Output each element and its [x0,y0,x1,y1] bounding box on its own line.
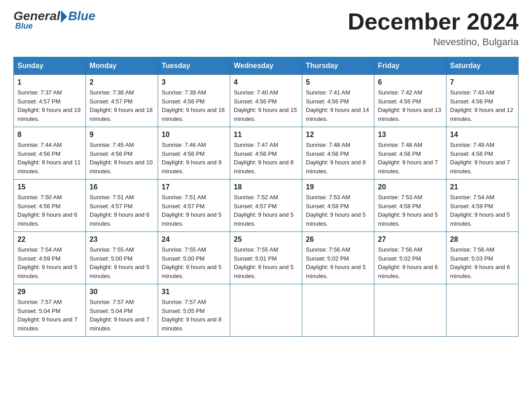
day-info: Sunrise: 7:51 AMSunset: 4:57 PMDaylight:… [162,193,226,228]
calendar-cell [230,284,302,337]
weekday-header: Monday [86,57,158,75]
calendar-week-row: 22Sunrise: 7:54 AMSunset: 4:59 PMDayligh… [14,232,519,284]
weekday-header: Wednesday [230,57,302,75]
calendar-cell: 15Sunrise: 7:50 AMSunset: 4:56 PMDayligh… [14,180,86,232]
calendar-cell: 9Sunrise: 7:45 AMSunset: 4:56 PMDaylight… [86,127,158,180]
calendar-cell: 12Sunrise: 7:48 AMSunset: 4:56 PMDayligh… [302,127,374,180]
day-info: Sunrise: 7:51 AMSunset: 4:57 PMDaylight:… [90,193,154,228]
day-number: 11 [234,131,298,139]
day-info: Sunrise: 7:43 AMSunset: 4:56 PMDaylight:… [450,88,515,123]
day-number: 7 [450,78,515,86]
logo-arrow-icon [61,10,67,23]
calendar-cell: 1Sunrise: 7:37 AMSunset: 4:57 PMDaylight… [14,75,86,127]
day-info: Sunrise: 7:45 AMSunset: 4:56 PMDaylight:… [90,141,154,176]
title-block: December 2024 Nevestino, Bulgaria [348,9,519,48]
calendar-cell: 26Sunrise: 7:56 AMSunset: 5:02 PMDayligh… [302,232,374,284]
calendar-cell: 8Sunrise: 7:44 AMSunset: 4:56 PMDaylight… [14,127,86,180]
calendar-cell: 10Sunrise: 7:46 AMSunset: 4:56 PMDayligh… [158,127,230,180]
day-info: Sunrise: 7:57 AMSunset: 5:04 PMDaylight:… [17,298,82,333]
calendar-title: December 2024 [348,9,519,34]
day-info: Sunrise: 7:41 AMSunset: 4:56 PMDaylight:… [306,88,370,123]
day-number: 16 [90,183,154,191]
logo-blue-text: Blue [68,9,95,23]
day-number: 1 [17,78,82,86]
calendar-cell: 31Sunrise: 7:57 AMSunset: 5:05 PMDayligh… [158,284,230,337]
day-info: Sunrise: 7:40 AMSunset: 4:56 PMDaylight:… [234,88,298,123]
day-info: Sunrise: 7:47 AMSunset: 4:56 PMDaylight:… [234,141,298,176]
calendar-cell: 11Sunrise: 7:47 AMSunset: 4:56 PMDayligh… [230,127,302,180]
day-number: 2 [90,78,154,86]
day-info: Sunrise: 7:55 AMSunset: 5:01 PMDaylight:… [234,245,298,280]
day-info: Sunrise: 7:48 AMSunset: 4:56 PMDaylight:… [306,141,370,176]
day-number: 24 [162,235,226,244]
calendar-cell [302,284,374,337]
day-number: 23 [90,235,154,244]
calendar-cell: 19Sunrise: 7:53 AMSunset: 4:58 PMDayligh… [302,180,374,232]
page-header: General Blue Blue December 2024 Nevestin… [13,9,519,48]
day-info: Sunrise: 7:49 AMSunset: 4:56 PMDaylight:… [450,141,515,176]
day-info: Sunrise: 7:52 AMSunset: 4:57 PMDaylight:… [234,193,298,228]
day-number: 20 [378,183,442,191]
day-number: 10 [162,131,226,139]
day-number: 6 [378,78,442,86]
day-info: Sunrise: 7:56 AMSunset: 5:02 PMDaylight:… [378,245,442,280]
calendar-week-row: 29Sunrise: 7:57 AMSunset: 5:04 PMDayligh… [14,284,519,337]
day-number: 27 [378,235,442,244]
day-number: 19 [306,183,370,191]
calendar-subtitle: Nevestino, Bulgaria [348,36,519,48]
calendar-cell: 30Sunrise: 7:57 AMSunset: 5:04 PMDayligh… [86,284,158,337]
header-row: SundayMondayTuesdayWednesdayThursdayFrid… [14,57,519,75]
calendar-week-row: 1Sunrise: 7:37 AMSunset: 4:57 PMDaylight… [14,75,519,127]
day-info: Sunrise: 7:37 AMSunset: 4:57 PMDaylight:… [17,88,82,123]
day-number: 4 [234,78,298,86]
calendar-cell: 2Sunrise: 7:38 AMSunset: 4:57 PMDaylight… [86,75,158,127]
day-info: Sunrise: 7:57 AMSunset: 5:04 PMDaylight:… [90,298,154,333]
calendar-cell: 22Sunrise: 7:54 AMSunset: 4:59 PMDayligh… [14,232,86,284]
day-number: 26 [306,235,370,244]
day-number: 22 [17,235,82,244]
calendar-cell: 5Sunrise: 7:41 AMSunset: 4:56 PMDaylight… [302,75,374,127]
calendar-cell: 16Sunrise: 7:51 AMSunset: 4:57 PMDayligh… [86,180,158,232]
calendar-cell [446,284,519,337]
day-info: Sunrise: 7:53 AMSunset: 4:58 PMDaylight:… [378,193,442,228]
calendar-cell: 28Sunrise: 7:56 AMSunset: 5:03 PMDayligh… [446,232,519,284]
weekday-header: Thursday [302,57,374,75]
day-number: 25 [234,235,298,244]
calendar-cell: 17Sunrise: 7:51 AMSunset: 4:57 PMDayligh… [158,180,230,232]
calendar-cell: 13Sunrise: 7:48 AMSunset: 4:56 PMDayligh… [374,127,446,180]
day-info: Sunrise: 7:53 AMSunset: 4:58 PMDaylight:… [306,193,370,228]
day-number: 14 [450,131,515,139]
day-number: 28 [450,235,515,244]
calendar-cell: 6Sunrise: 7:42 AMSunset: 4:56 PMDaylight… [374,75,446,127]
day-info: Sunrise: 7:39 AMSunset: 4:56 PMDaylight:… [162,88,226,123]
calendar-cell: 24Sunrise: 7:55 AMSunset: 5:00 PMDayligh… [158,232,230,284]
calendar-cell: 23Sunrise: 7:55 AMSunset: 5:00 PMDayligh… [86,232,158,284]
logo: General Blue Blue [13,9,95,31]
calendar-week-row: 8Sunrise: 7:44 AMSunset: 4:56 PMDaylight… [14,127,519,180]
calendar-cell: 25Sunrise: 7:55 AMSunset: 5:01 PMDayligh… [230,232,302,284]
calendar-cell [374,284,446,337]
day-number: 17 [162,183,226,191]
day-info: Sunrise: 7:56 AMSunset: 5:02 PMDaylight:… [306,245,370,280]
day-number: 5 [306,78,370,86]
calendar-cell: 27Sunrise: 7:56 AMSunset: 5:02 PMDayligh… [374,232,446,284]
day-info: Sunrise: 7:54 AMSunset: 4:59 PMDaylight:… [450,193,515,228]
day-info: Sunrise: 7:54 AMSunset: 4:59 PMDaylight:… [17,245,82,280]
calendar-table: SundayMondayTuesdayWednesdayThursdayFrid… [13,57,519,337]
calendar-cell: 14Sunrise: 7:49 AMSunset: 4:56 PMDayligh… [446,127,519,180]
logo-bottom-text: Blue [13,21,33,31]
day-info: Sunrise: 7:50 AMSunset: 4:56 PMDaylight:… [17,193,82,228]
calendar-week-row: 15Sunrise: 7:50 AMSunset: 4:56 PMDayligh… [14,180,519,232]
day-info: Sunrise: 7:57 AMSunset: 5:05 PMDaylight:… [162,298,226,333]
day-info: Sunrise: 7:56 AMSunset: 5:03 PMDaylight:… [450,245,515,280]
day-info: Sunrise: 7:42 AMSunset: 4:56 PMDaylight:… [378,88,442,123]
day-info: Sunrise: 7:55 AMSunset: 5:00 PMDaylight:… [162,245,226,280]
day-number: 29 [17,288,82,296]
weekday-header: Saturday [446,57,519,75]
day-number: 31 [162,288,226,296]
day-number: 15 [17,183,82,191]
day-number: 9 [90,131,154,139]
day-number: 13 [378,131,442,139]
day-number: 8 [17,131,82,139]
day-info: Sunrise: 7:55 AMSunset: 5:00 PMDaylight:… [90,245,154,280]
